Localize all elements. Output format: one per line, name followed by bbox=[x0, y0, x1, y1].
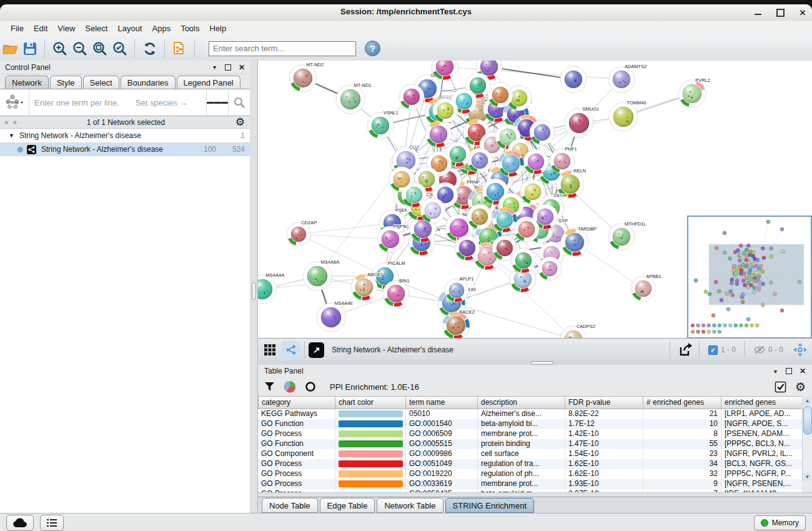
scroll-up-arrow[interactable]: ▲ bbox=[803, 397, 811, 405]
network-node-mt-nd2[interactable]: MT-ND2 bbox=[289, 62, 324, 92]
selected-checkbox-icon[interactable]: ✓ bbox=[708, 345, 718, 355]
string-query-field[interactable]: Enter one term per line. Set species → bbox=[29, 98, 206, 107]
network-node-ms4a6a[interactable]: MS4A6A bbox=[303, 259, 339, 290]
filter-icon[interactable] bbox=[264, 382, 275, 392]
column-header-term-name[interactable]: term name bbox=[406, 396, 478, 409]
refresh-button[interactable] bbox=[140, 39, 160, 58]
network-node-apbb1[interactable]: APBB1 bbox=[631, 274, 661, 301]
collapse-expand-controls[interactable]: »» bbox=[5, 119, 16, 126]
minimize-button[interactable] bbox=[753, 8, 762, 17]
network-node[interactable] bbox=[560, 66, 587, 92]
ring-chart-icon[interactable] bbox=[305, 381, 316, 392]
network-node[interactable] bbox=[538, 257, 562, 280]
panel-menu-icon[interactable]: ▾ bbox=[774, 368, 777, 375]
column-header-enriched-genes[interactable]: enriched genes bbox=[721, 396, 803, 409]
open-in-new-button[interactable]: ↗ bbox=[309, 342, 324, 358]
network-node[interactable] bbox=[467, 204, 492, 229]
network-node[interactable] bbox=[488, 82, 513, 107]
table-vertical-scrollbar[interactable]: ▲ ▼ bbox=[802, 396, 812, 482]
memory-button[interactable]: Memory bbox=[754, 515, 806, 530]
tab-boundaries[interactable]: Boundaries bbox=[121, 76, 176, 89]
tab-legend-panel[interactable]: Legend Panel bbox=[177, 76, 240, 89]
menu-item-layout[interactable]: Layout bbox=[113, 22, 146, 35]
menu-item-help[interactable]: Help bbox=[205, 22, 231, 35]
string-logo-dropdown[interactable]: STRING bbox=[0, 89, 29, 116]
network-node[interactable] bbox=[520, 179, 545, 204]
save-session-button[interactable] bbox=[20, 39, 40, 58]
table-row[interactable]: GO ProcessGO:0051049regulation of tra...… bbox=[258, 459, 803, 469]
network-node-mt-nd1[interactable]: MT-ND1 bbox=[336, 82, 372, 114]
network-node-cadps2[interactable]: CADPS2 bbox=[560, 324, 595, 338]
float-panel-icon[interactable] bbox=[225, 64, 231, 71]
network-panel-gear-icon[interactable]: ⚙ bbox=[235, 117, 245, 127]
close-panel-icon[interactable]: ✕ bbox=[239, 63, 245, 72]
scroll-down-arrow[interactable]: ▼ bbox=[803, 473, 811, 481]
tab-edge-table[interactable]: Edge Table bbox=[320, 498, 375, 513]
network-node[interactable] bbox=[399, 84, 424, 109]
grid-view-button[interactable] bbox=[260, 341, 279, 359]
table-row[interactable]: GO ComponentGO:0009986cell surface1.54E-… bbox=[258, 449, 803, 459]
network-node-phf1[interactable]: PHF1 bbox=[550, 146, 577, 174]
table-row[interactable]: GO FunctionGO:0005515protein binding1.47… bbox=[258, 439, 803, 449]
column-header-fdr-p-value[interactable]: FDR p-value bbox=[565, 396, 643, 409]
network-node[interactable] bbox=[530, 120, 555, 145]
birds-eye-view[interactable] bbox=[687, 216, 812, 338]
string-search-button[interactable] bbox=[228, 89, 250, 116]
network-node[interactable] bbox=[498, 151, 524, 177]
menu-item-edit[interactable]: Edit bbox=[29, 22, 52, 35]
table-row[interactable]: GO ProcessGO:0033619membrane prot...1.93… bbox=[258, 479, 803, 489]
network-tree-row[interactable]: String Network - Alzheimer's disease1005… bbox=[0, 142, 250, 156]
network-node-mthfd1l[interactable]: MTHFD1L bbox=[608, 221, 646, 250]
network-node-tomm40[interactable]: TOMM40 bbox=[609, 100, 646, 131]
network-node[interactable] bbox=[467, 148, 492, 173]
close-panel-icon[interactable]: ✕ bbox=[800, 367, 806, 375]
zoom-fit-button[interactable] bbox=[90, 39, 110, 58]
network-node-ms4a4a[interactable]: MS4A4A bbox=[258, 272, 284, 304]
collapse-all-icon[interactable]: » bbox=[3, 120, 11, 124]
table-row[interactable]: GO ProcessGO:0006509membrane prot...1.42… bbox=[258, 429, 803, 439]
open-session-button[interactable] bbox=[0, 39, 20, 58]
import-network-button[interactable] bbox=[170, 39, 190, 58]
network-node[interactable] bbox=[523, 149, 548, 174]
scrollbar-thumb[interactable] bbox=[803, 406, 812, 435]
pie-chart-icon[interactable] bbox=[284, 380, 296, 393]
select-rows-icon[interactable] bbox=[775, 381, 786, 393]
network-tree-row[interactable]: ▼String Network - Alzheimer's disease1 bbox=[0, 129, 250, 142]
share-network-button[interactable] bbox=[282, 341, 300, 359]
table-row[interactable]: GO ProcessGO:0019220regulation of ph...1… bbox=[258, 469, 803, 479]
tab-network[interactable]: Network bbox=[5, 76, 49, 89]
menu-item-select[interactable]: Select bbox=[81, 22, 112, 35]
network-node[interactable] bbox=[389, 167, 414, 192]
network-node-pvrl2[interactable]: PVRL2 bbox=[678, 77, 710, 107]
panel-menu-icon[interactable]: ▾ bbox=[213, 64, 216, 71]
task-history-button[interactable] bbox=[40, 515, 64, 531]
birds-eye-toggle-button[interactable] bbox=[791, 341, 810, 359]
table-horizontal-scrollbar[interactable] bbox=[258, 492, 812, 497]
export-network-button[interactable] bbox=[676, 341, 695, 359]
network-node[interactable] bbox=[511, 248, 536, 273]
network-node-adamts2[interactable]: ADAMTS2 bbox=[608, 64, 646, 92]
close-button[interactable]: ✕ bbox=[798, 8, 807, 17]
zoom-out-button[interactable] bbox=[70, 39, 90, 58]
column-header-category[interactable]: category bbox=[258, 396, 335, 409]
menu-item-view[interactable]: View bbox=[53, 22, 79, 35]
cloud-tasks-button[interactable] bbox=[6, 515, 34, 531]
tab-string-enrichment[interactable]: STRING Enrichment bbox=[445, 498, 534, 513]
float-panel-icon[interactable] bbox=[786, 368, 792, 374]
column-header-description[interactable]: description bbox=[478, 396, 565, 409]
tab-node-table[interactable]: Node Table bbox=[262, 498, 318, 513]
tab-select[interactable]: Select bbox=[83, 76, 119, 89]
horizontal-splitter[interactable] bbox=[258, 360, 812, 365]
title-bar[interactable]: Session: /tmp/enrichmentTest.cys ✕ bbox=[0, 4, 812, 21]
network-node-cd2ap[interactable]: CD2AP bbox=[287, 220, 317, 246]
column-header--enriched-genes[interactable]: # enriched genes bbox=[643, 396, 721, 409]
column-header-chart-color[interactable]: chart color bbox=[335, 396, 406, 409]
menu-item-tools[interactable]: Tools bbox=[176, 22, 204, 35]
table-row[interactable]: GO FunctionGO:0001540beta-amyloid bi...1… bbox=[258, 419, 803, 429]
search-input[interactable] bbox=[209, 41, 356, 56]
network-node-ms4a4e[interactable]: MS4A4E bbox=[317, 300, 353, 332]
menu-item-file[interactable]: File bbox=[6, 22, 28, 35]
splitter-grip[interactable] bbox=[252, 282, 256, 300]
network-node[interactable] bbox=[433, 98, 458, 123]
expand-all-icon[interactable]: » bbox=[11, 120, 18, 124]
